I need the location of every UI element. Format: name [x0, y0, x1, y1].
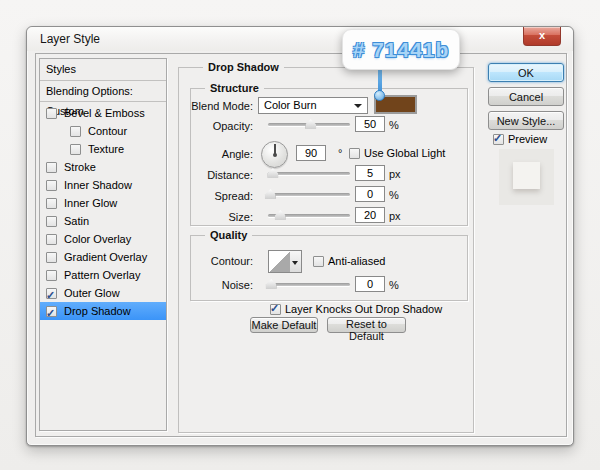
use-global-light-box[interactable]: [349, 148, 360, 159]
sidebar-item-label: Stroke: [64, 158, 96, 176]
opacity-slider-thumb[interactable]: [305, 119, 316, 129]
use-global-light-label: Use Global Light: [364, 147, 445, 159]
sidebar-item-label: Outer Glow: [64, 284, 120, 302]
distance-slider-thumb[interactable]: [267, 168, 278, 178]
styles-header: Styles: [40, 59, 166, 81]
structure-group: Structure Blend Mode: Color Burn Opacity…: [190, 88, 468, 226]
sidebar-item-pattern-overlay[interactable]: Pattern Overlay: [40, 266, 166, 284]
cancel-button[interactable]: Cancel: [488, 87, 564, 106]
preview-box[interactable]: [493, 134, 504, 145]
noise-input[interactable]: [355, 276, 385, 292]
drop-shadow-panel: Drop Shadow Structure Blend Mode: Color …: [178, 67, 474, 433]
distance-input[interactable]: [355, 165, 385, 181]
contour-picker[interactable]: [268, 250, 291, 273]
spread-label: Spread:: [191, 190, 253, 202]
reset-to-default-button[interactable]: Reset to Default: [327, 317, 406, 333]
checkbox-color-overlay[interactable]: [46, 234, 57, 245]
spread-slider[interactable]: [268, 193, 350, 196]
close-button[interactable]: x: [523, 27, 561, 46]
preview-label: Preview: [508, 133, 547, 145]
sidebar-item-label: Color Overlay: [64, 230, 131, 248]
checkbox-outer-glow[interactable]: [46, 288, 57, 299]
make-default-button[interactable]: Make Default: [250, 317, 318, 333]
anti-aliased-checkbox[interactable]: Anti-aliased: [313, 255, 385, 267]
title-bar[interactable]: Layer Style x: [27, 27, 573, 51]
sidebar-item-label: Drop Shadow: [64, 302, 131, 320]
distance-unit: px: [389, 168, 401, 180]
sidebar-item-label: Texture: [88, 140, 124, 158]
checkbox-inner-shadow[interactable]: [46, 180, 57, 191]
sidebar-item-label: Pattern Overlay: [64, 266, 140, 284]
layer-style-dialog: Layer Style x Styles Blending Options: C…: [26, 26, 574, 446]
contour-label: Contour:: [191, 255, 253, 267]
styles-list: Bevel & Emboss Contour Texture Stroke In…: [40, 104, 166, 320]
preview-checkbox[interactable]: Preview: [493, 133, 547, 145]
sidebar-item-label: Satin: [64, 212, 89, 230]
spread-input[interactable]: [355, 186, 385, 202]
chevron-down-icon: [292, 261, 298, 265]
layer-knockout-box[interactable]: [270, 304, 281, 315]
use-global-light-checkbox[interactable]: Use Global Light: [349, 147, 445, 159]
checkbox-bevel-emboss[interactable]: [46, 108, 57, 119]
sidebar-item-inner-shadow[interactable]: Inner Shadow: [40, 176, 166, 194]
checkbox-satin[interactable]: [46, 216, 57, 227]
noise-slider[interactable]: [268, 283, 350, 286]
checkbox-stroke[interactable]: [46, 162, 57, 173]
sidebar-item-label: Inner Shadow: [64, 176, 132, 194]
anti-aliased-label: Anti-aliased: [328, 255, 385, 267]
angle-center-dot: [273, 153, 277, 157]
angle-unit: °: [338, 147, 342, 159]
blend-mode-dropdown[interactable]: Color Burn: [258, 97, 368, 114]
contour-dropdown-button[interactable]: [290, 250, 302, 273]
style-preview-square: [513, 162, 540, 189]
checkbox-pattern-overlay[interactable]: [46, 270, 57, 281]
checkbox-texture[interactable]: [70, 144, 81, 155]
checkbox-inner-glow[interactable]: [46, 198, 57, 209]
sidebar-item-gradient-overlay[interactable]: Gradient Overlay: [40, 248, 166, 266]
angle-dial[interactable]: [261, 141, 288, 168]
size-slider[interactable]: [268, 214, 350, 217]
spread-unit: %: [389, 189, 399, 201]
sidebar-item-satin[interactable]: Satin: [40, 212, 166, 230]
sidebar-item-contour[interactable]: Contour: [40, 122, 166, 140]
opacity-label: Opacity:: [191, 120, 253, 132]
noise-slider-thumb[interactable]: [266, 279, 277, 289]
opacity-slider[interactable]: [268, 123, 350, 126]
sidebar-item-drop-shadow[interactable]: Drop Shadow: [40, 302, 166, 320]
sidebar-item-label: Bevel & Emboss: [64, 104, 145, 122]
chevron-down-icon: [354, 104, 362, 108]
new-style-button[interactable]: New Style...: [488, 111, 564, 130]
quality-group: Quality Contour: Anti-aliased Noise: %: [190, 235, 468, 301]
sidebar-item-blending-options[interactable]: Blending Options: Custom: [40, 81, 166, 102]
angle-label: Angle:: [191, 148, 253, 160]
blend-mode-value: Color Burn: [264, 99, 317, 111]
checkbox-contour[interactable]: [70, 126, 81, 137]
distance-slider[interactable]: [268, 172, 350, 175]
opacity-input[interactable]: [355, 116, 385, 132]
layer-knockout-checkbox[interactable]: Layer Knocks Out Drop Shadow: [270, 303, 442, 315]
sidebar-item-outer-glow[interactable]: Outer Glow: [40, 284, 166, 302]
sidebar-item-label: Gradient Overlay: [64, 248, 147, 266]
color-hex-tooltip: # 71441b: [342, 29, 460, 70]
structure-title: Structure: [205, 82, 264, 94]
sidebar-item-label: Inner Glow: [64, 194, 117, 212]
size-unit: px: [389, 210, 401, 222]
dialog-title: Layer Style: [40, 32, 100, 46]
spread-slider-thumb[interactable]: [265, 189, 276, 199]
distance-label: Distance:: [191, 169, 253, 181]
sidebar-item-bevel-emboss[interactable]: Bevel & Emboss: [40, 104, 166, 122]
angle-input[interactable]: [296, 145, 326, 161]
noise-unit: %: [389, 279, 399, 291]
size-input[interactable]: [355, 207, 385, 223]
sidebar-item-texture[interactable]: Texture: [40, 140, 166, 158]
checkbox-gradient-overlay[interactable]: [46, 252, 57, 263]
sidebar-item-label: Contour: [88, 122, 127, 140]
ok-button[interactable]: OK: [488, 63, 564, 82]
sidebar-item-color-overlay[interactable]: Color Overlay: [40, 230, 166, 248]
noise-label: Noise:: [191, 279, 253, 291]
checkbox-drop-shadow[interactable]: [46, 306, 57, 317]
size-slider-thumb[interactable]: [275, 210, 286, 220]
anti-aliased-box[interactable]: [313, 256, 324, 267]
sidebar-item-stroke[interactable]: Stroke: [40, 158, 166, 176]
sidebar-item-inner-glow[interactable]: Inner Glow: [40, 194, 166, 212]
